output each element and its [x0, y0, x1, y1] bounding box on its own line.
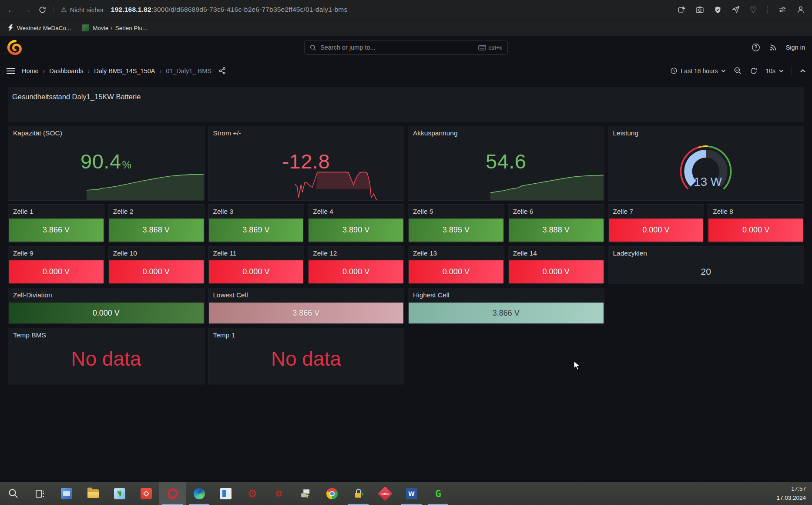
send-share-icon[interactable]	[731, 5, 740, 14]
cell-panel-9: Zelle 9 0.000 V	[8, 246, 104, 284]
panel-title[interactable]: Zelle 11	[208, 246, 304, 260]
panel-title[interactable]: Kapazität (SOC)	[8, 126, 204, 140]
panel-title[interactable]: Akkuspannung	[408, 126, 604, 140]
taskbar-file-explorer-icon[interactable]	[80, 482, 106, 505]
address-bar[interactable]: 192.168.1.82:3000/d/d68689d6-73c6-416c-b…	[111, 6, 348, 13]
soc-sparkline	[87, 172, 204, 200]
share-icon[interactable]	[218, 67, 227, 75]
help-icon[interactable]	[752, 43, 760, 52]
bookmark-label: Movie + Serien Plu...	[93, 25, 147, 31]
snapshot-camera-icon[interactable]	[695, 5, 704, 14]
panel-title[interactable]: Zelle 7	[608, 205, 704, 219]
breadcrumb-home[interactable]: Home	[22, 67, 39, 74]
panel-title[interactable]: Zelle 5	[408, 205, 504, 219]
taskbar-edge-icon[interactable]	[186, 482, 212, 505]
windows-taskbar: ⚙ ⚙ BMS W G 17:57 17.03.2024	[0, 482, 812, 505]
clock-icon	[670, 67, 678, 74]
breadcrumb-folder[interactable]: Daly BMS_14S_150A	[94, 67, 155, 74]
voltage-value: 54.6	[408, 149, 604, 173]
cell-panel-7: Zelle 7 0.000 V	[608, 204, 705, 242]
profile-icon[interactable]	[796, 5, 805, 14]
cell-voltage: 0.000 V	[509, 260, 604, 283]
panel-title[interactable]: Zelle 14	[508, 246, 604, 260]
lowest-cell-value: 3.866 V	[209, 303, 404, 323]
panel-title[interactable]: Zell-Diviation	[8, 288, 204, 302]
browser-toolbar: ← → ⚠ Nicht sicher 192.168.1.82:3000/d/d…	[0, 0, 812, 19]
bookmark-movie-serien[interactable]: Movie + Serien Plu...	[82, 24, 147, 31]
sign-in-button[interactable]: Sign in	[786, 44, 805, 51]
time-controls: Last 18 hours 10s	[670, 66, 806, 76]
cell-panel-12: Zelle 12 0.000 V	[308, 246, 404, 284]
panel-title[interactable]: Zelle 2	[108, 205, 204, 219]
panel-title[interactable]: Zelle 8	[708, 205, 804, 219]
pin-tab-icon[interactable]	[678, 6, 686, 14]
cell-voltage: 0.000 V	[409, 260, 503, 283]
temp-bms-panel: Temp BMS No data	[8, 328, 205, 384]
taskbar-remote-desktop-icon[interactable]	[53, 482, 80, 505]
taskbar-search-icon[interactable]	[0, 482, 27, 505]
cell-panel-1: Zelle 1 3.866 V	[8, 204, 104, 242]
taskbar-diamond-app-icon[interactable]	[133, 482, 159, 505]
panel-title[interactable]: Leistung	[608, 126, 804, 140]
panel-title[interactable]: Zelle 3	[208, 205, 304, 219]
taskbar-lock-sync-icon[interactable]	[345, 482, 372, 505]
mega-menu-icon[interactable]	[6, 67, 16, 75]
site-security[interactable]: ⚠ Nicht sicher	[61, 6, 104, 13]
cell-voltage: 0.000 V	[309, 260, 403, 283]
search-input[interactable]: Search or jump to... ctrl+k	[304, 40, 508, 55]
news-rss-icon[interactable]	[769, 44, 777, 52]
taskbar-clock[interactable]: 17:57 17.03.2024	[776, 485, 812, 502]
cell-voltage: 3.888 V	[509, 219, 604, 242]
cell-panel-2: Zelle 2 3.868 V	[108, 204, 205, 242]
taskbar-green-g-app-icon[interactable]: G	[425, 482, 451, 505]
taskbar-bms-app-icon[interactable]: BMS	[372, 482, 398, 505]
taskbar-window-app-icon[interactable]	[212, 482, 239, 505]
browser-back-icon[interactable]: ←	[7, 5, 16, 15]
shield-check-icon[interactable]	[714, 6, 722, 14]
collapse-up-icon[interactable]	[800, 69, 806, 73]
bookmark-westnetz[interactable]: Westnetz MeDaCo...	[8, 24, 71, 31]
cell-panel-6: Zelle 6 3.888 V	[508, 204, 604, 242]
dashboard-grid: Gesundheitsstand Daly1_15KW Batterie Kap…	[0, 82, 812, 482]
panel-title[interactable]: Zelle 1	[8, 205, 104, 219]
time-range-picker[interactable]: Last 18 hours	[670, 67, 726, 74]
zoom-out-icon[interactable]	[734, 67, 742, 75]
browser-forward-icon[interactable]: →	[23, 5, 31, 15]
panel-title[interactable]: Zelle 4	[308, 205, 404, 219]
grafana-header: Search or jump to... ctrl+k Sign in	[0, 36, 812, 59]
panel-title[interactable]: Temp BMS	[8, 328, 204, 342]
clock-date: 17.03.2024	[776, 494, 806, 502]
charge-cycles-value: 20	[608, 266, 804, 277]
panel-title[interactable]: Zelle 13	[408, 246, 504, 260]
panel-title[interactable]: Zelle 10	[108, 246, 204, 260]
breadcrumb: Home › Dashboards › Daly BMS_14S_150A › …	[22, 67, 227, 75]
taskbar-media-app-icon[interactable]	[106, 482, 133, 505]
favorites-heart-icon[interactable]: ♡	[750, 5, 757, 15]
cell-panel-10: Zelle 10 0.000 V	[108, 246, 205, 284]
taskbar-gear-app-2-icon[interactable]: ⚙	[265, 482, 292, 505]
refresh-interval-picker[interactable]: 10s	[765, 67, 784, 74]
browser-reload-icon[interactable]	[38, 6, 47, 14]
panel-title[interactable]: Zelle 12	[308, 246, 404, 260]
panel-title[interactable]: Temp 1	[208, 328, 404, 342]
panel-title[interactable]: Lowest Cell	[208, 288, 404, 302]
refresh-icon[interactable]	[750, 67, 758, 75]
taskbar-pc-transfer-icon[interactable]	[292, 482, 319, 505]
panel-title[interactable]: Highest Cell	[408, 288, 604, 302]
bms-icon-label: BMS	[381, 492, 389, 495]
taskbar-chrome-icon[interactable]	[319, 482, 345, 505]
panel-title[interactable]: Ladezyklen	[608, 246, 804, 260]
panel-title[interactable]: Zelle 6	[508, 205, 604, 219]
taskbar-task-view-icon[interactable]	[27, 482, 53, 505]
breadcrumb-dashboards[interactable]: Dashboards	[49, 67, 83, 74]
search-icon	[310, 44, 316, 51]
taskbar-opera-icon[interactable]	[159, 482, 186, 505]
taskbar-gear-app-icon[interactable]: ⚙	[239, 482, 265, 505]
settings-sliders-icon[interactable]	[778, 5, 787, 14]
panel-title[interactable]: Zelle 9	[8, 246, 104, 260]
taskbar-word-icon[interactable]: W	[398, 482, 425, 505]
url-host: 192.168.1.82	[111, 6, 151, 13]
panel-title[interactable]: Strom +/-	[208, 126, 404, 140]
breadcrumb-current[interactable]: 01_Daly1_ BMS	[166, 67, 211, 74]
grafana-logo[interactable]	[7, 40, 23, 55]
